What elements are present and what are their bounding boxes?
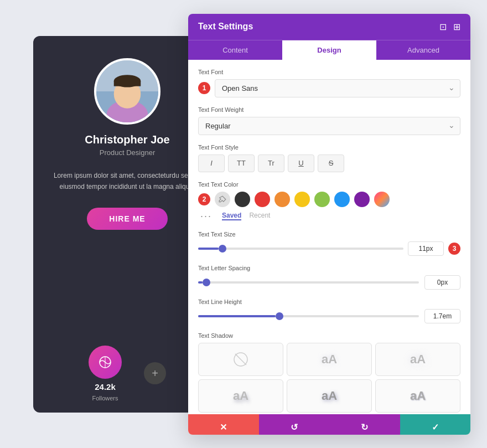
avatar xyxy=(94,58,160,125)
settings-panel: Text Settings ⊡ ⊞ Content Design Advance… xyxy=(188,14,470,435)
tab-design[interactable]: Design xyxy=(282,40,376,60)
settings-icon[interactable]: ⊡ xyxy=(439,22,447,32)
tab-content[interactable]: Content xyxy=(188,40,282,60)
panel-tabs: Content Design Advanced xyxy=(188,40,470,60)
text-color-section: Text Text Color 2 ··· xyxy=(198,181,460,222)
letter-spacing-section: Text Letter Spacing xyxy=(198,265,460,290)
text-font-section: Text Font 1 Open Sans Roboto Lato xyxy=(198,69,460,97)
line-height-section: Text Line Height xyxy=(198,298,460,323)
text-font-style-section: Text Font Style I TT Tr U S xyxy=(198,144,460,172)
stat-circle xyxy=(89,346,122,379)
plus-circle[interactable]: + xyxy=(144,362,166,384)
stat-number: 24.2k xyxy=(95,382,116,392)
eyedropper-swatch[interactable] xyxy=(215,192,230,207)
letter-spacing-slider-row xyxy=(198,275,460,290)
color-swatch-pink[interactable] xyxy=(374,192,390,207)
action-bar: ✕ ↺ ↻ ✓ xyxy=(188,414,470,435)
grid-icon[interactable]: ⊞ xyxy=(453,22,460,32)
style-btn-underline[interactable]: U xyxy=(288,155,314,172)
tab-advanced[interactable]: Advanced xyxy=(376,40,470,60)
text-size-slider-row xyxy=(198,248,403,250)
hire-me-button[interactable]: HIRE ME xyxy=(87,208,167,230)
line-height-track xyxy=(198,315,419,317)
text-size-row: 3 xyxy=(198,241,460,256)
text-size-section: Text Text Size 3 xyxy=(198,231,460,256)
shadow-light-1[interactable]: aA xyxy=(287,343,372,376)
line-height-slider-row xyxy=(198,309,460,323)
header-icons: ⊡ ⊞ xyxy=(439,22,460,32)
text-font-weight-label: Text Font Weight xyxy=(198,106,460,113)
redo-button[interactable]: ↻ xyxy=(329,414,400,435)
shadow-dark-2[interactable]: aA xyxy=(287,379,372,413)
line-height-input[interactable] xyxy=(424,309,460,323)
letter-spacing-thumb[interactable] xyxy=(203,279,210,286)
letter-spacing-fill xyxy=(198,281,203,284)
text-shadow-section: Text Shadow aA aA aA aA xyxy=(198,332,460,413)
line-height-label: Text Line Height xyxy=(198,298,460,305)
color-tab-saved[interactable]: Saved xyxy=(222,212,241,220)
text-shadow-label: Text Shadow xyxy=(198,332,460,339)
text-size-input[interactable] xyxy=(408,241,444,256)
profile-name: Christopher Joe xyxy=(85,133,169,146)
color-tab-recent[interactable]: Recent xyxy=(249,212,270,220)
text-color-label: Text Text Color xyxy=(198,181,460,188)
badge-1: 1 xyxy=(198,82,210,94)
font-weight-select-wrapper: Regular Bold Light xyxy=(198,117,460,135)
profile-title: Product Designer xyxy=(100,148,155,157)
color-row: 2 xyxy=(198,192,460,207)
confirm-button[interactable]: ✓ xyxy=(400,414,471,435)
panel-title: Text Settings xyxy=(198,22,253,32)
more-dots[interactable]: ··· xyxy=(200,210,212,222)
cancel-button[interactable]: ✕ xyxy=(188,414,259,435)
stat-label: Followers xyxy=(92,395,118,401)
letter-spacing-track xyxy=(198,281,419,284)
shadow-none[interactable] xyxy=(198,343,283,376)
badge-2: 2 xyxy=(198,193,210,205)
line-height-thumb[interactable] xyxy=(276,312,283,320)
line-height-fill xyxy=(198,315,276,317)
text-font-row: 1 Open Sans Roboto Lato xyxy=(198,79,460,97)
profile-bio: Lorem ipsum dolor sit amet, consecteturd… xyxy=(44,170,210,193)
text-font-weight-section: Text Font Weight Regular Bold Light xyxy=(198,106,460,135)
font-select-wrapper: Open Sans Roboto Lato xyxy=(215,79,460,97)
style-btn-strikethrough[interactable]: S xyxy=(318,155,344,172)
letter-spacing-label: Text Letter Spacing xyxy=(198,265,460,271)
undo-button[interactable]: ↺ xyxy=(259,414,330,435)
color-swatch-red[interactable] xyxy=(255,192,270,207)
shadow-grid: aA aA aA aA aA xyxy=(198,343,460,413)
svg-rect-6 xyxy=(114,81,141,86)
letter-spacing-input[interactable] xyxy=(424,275,460,290)
color-swatch-black[interactable] xyxy=(235,192,250,207)
style-btn-uppercase[interactable]: TT xyxy=(228,155,255,172)
panel-body: Text Font 1 Open Sans Roboto Lato Text F… xyxy=(188,60,470,414)
text-size-track xyxy=(198,248,403,250)
shadow-light-2[interactable]: aA xyxy=(375,343,460,376)
text-font-style-label: Text Font Style xyxy=(198,144,460,151)
text-font-label: Text Font xyxy=(198,69,460,75)
font-weight-select[interactable]: Regular Bold Light xyxy=(198,117,460,135)
shadow-dark-1[interactable]: aA xyxy=(198,379,283,413)
shadow-inset[interactable]: aA xyxy=(375,379,460,413)
color-swatch-blue[interactable] xyxy=(334,192,350,207)
profile-footer: 24.2k Followers + xyxy=(89,334,166,401)
color-swatch-green[interactable] xyxy=(314,192,330,207)
panel-header: Text Settings ⊡ ⊞ xyxy=(188,14,470,40)
badge-3: 3 xyxy=(448,243,460,255)
font-style-buttons: I TT Tr U S xyxy=(198,155,460,172)
style-btn-titlecase[interactable]: Tr xyxy=(258,155,284,172)
color-swatch-purple[interactable] xyxy=(354,192,370,207)
style-btn-italic[interactable]: I xyxy=(198,155,225,172)
color-tabs: Saved Recent xyxy=(222,212,270,220)
text-size-thumb[interactable] xyxy=(219,245,226,253)
text-size-fill xyxy=(198,248,219,250)
color-swatch-orange[interactable] xyxy=(274,192,290,207)
svg-line-10 xyxy=(235,354,246,365)
color-swatch-yellow[interactable] xyxy=(294,192,310,207)
text-size-label: Text Text Size xyxy=(198,231,460,238)
font-select[interactable]: Open Sans Roboto Lato xyxy=(215,79,460,97)
